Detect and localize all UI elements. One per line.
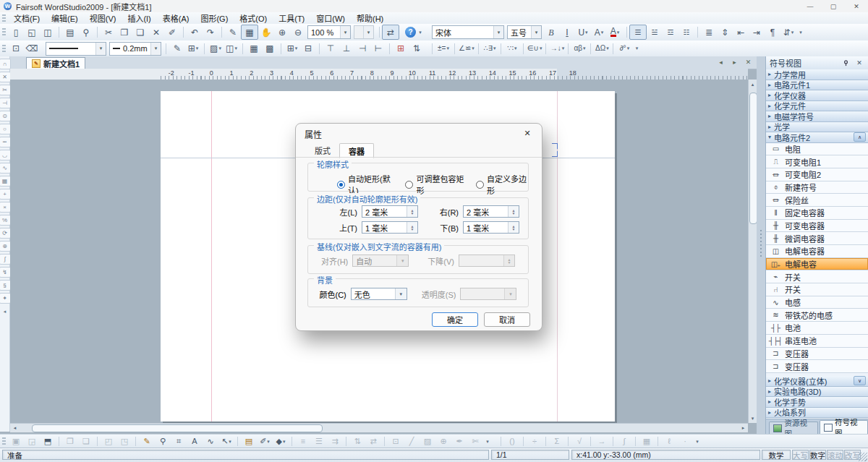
- symbol-new-symbol[interactable]: ⌽新建符号: [766, 181, 868, 194]
- eq-radical-button[interactable]: √: [571, 435, 587, 448]
- copy-button[interactable]: ❐: [116, 25, 132, 39]
- horizontal-scroll-thumb[interactable]: [32, 424, 323, 432]
- chevron-down-icon[interactable]: ▾: [95, 43, 106, 55]
- math-set-button[interactable]: ∈∪: [527, 42, 543, 56]
- crop-button[interactable]: ⊡: [388, 435, 404, 448]
- minimize-button[interactable]: —: [799, 0, 822, 12]
- toolbar-overflow-button[interactable]: ▾: [693, 435, 702, 448]
- indent-increase-button[interactable]: ⇥: [749, 25, 765, 39]
- scroll-lock-toggle[interactable]: 滚动: [827, 450, 843, 460]
- midpoint-snap-button[interactable]: ⊕: [0, 241, 11, 252]
- panel-tab[interactable]: 符号视图: [820, 420, 868, 434]
- bold-button[interactable]: B: [543, 25, 559, 39]
- table-properties-button[interactable]: ⊟: [300, 42, 316, 56]
- strip-collapse-button[interactable]: ◂: [4, 309, 7, 315]
- grid-toggle-button[interactable]: ▦: [241, 25, 258, 40]
- pin-panel-button[interactable]: [841, 59, 851, 67]
- table-borders-red-button[interactable]: ⊞: [393, 42, 409, 56]
- chevron-down-icon[interactable]: ▾: [531, 26, 541, 38]
- symbol-switch-1[interactable]: ⌁开关: [766, 270, 868, 283]
- font-name-combo[interactable]: 宋体▾: [432, 25, 504, 39]
- line-spacing-button[interactable]: ⇕: [717, 25, 733, 39]
- toolbar-grip[interactable]: [2, 437, 6, 445]
- paragraph-marks-button[interactable]: ¶: [765, 25, 780, 39]
- num-lock-toggle[interactable]: 数字: [809, 450, 826, 460]
- format-painter-button[interactable]: ✐: [164, 25, 180, 39]
- shading-button[interactable]: ▨: [208, 42, 224, 56]
- dashed-line-button[interactable]: ┅: [0, 137, 11, 147]
- panel-tab[interactable]: 资源视图: [769, 422, 818, 434]
- zoom-out-button[interactable]: ⊖: [290, 25, 306, 39]
- lightning-snap-button[interactable]: ↯: [0, 267, 11, 278]
- spline-button[interactable]: §: [0, 280, 11, 291]
- cut-button[interactable]: ✂: [101, 25, 116, 39]
- math-arrow-button[interactable]: →↓: [549, 42, 565, 56]
- circle-snap-button[interactable]: ○: [0, 124, 11, 134]
- line-width-button[interactable]: ≡: [295, 435, 311, 448]
- math-angle-button[interactable]: ∠≌: [458, 42, 475, 56]
- toolbar-overflow-button[interactable]: ▾: [416, 25, 425, 39]
- intersection-snap-button[interactable]: ×: [0, 202, 11, 213]
- outline-option-radio[interactable]: 自定义多边形: [476, 173, 528, 196]
- math-greek-button[interactable]: αβ: [571, 42, 587, 56]
- menu-item[interactable]: 图形(G): [195, 12, 234, 25]
- toolbar-overflow-button[interactable]: ▾: [632, 42, 641, 56]
- redo-button[interactable]: ↷: [203, 25, 218, 39]
- delete-node-button[interactable]: ✕: [0, 72, 11, 82]
- symbol-transformer-2[interactable]: ⊐变压器: [766, 360, 868, 373]
- trim-button[interactable]: ✄: [467, 435, 483, 448]
- fit-page-button[interactable]: ⇄: [382, 25, 399, 40]
- color-swatch-button[interactable]: ▤: [241, 435, 257, 448]
- chevron-down-icon[interactable]: ▾: [493, 26, 503, 38]
- help-button[interactable]: ?: [405, 27, 416, 38]
- symbol-fixed-capacitor[interactable]: ‖固定电容器: [766, 207, 868, 220]
- chevron-down-icon[interactable]: ▾: [150, 43, 161, 55]
- bring-front-button[interactable]: ❐: [62, 435, 78, 448]
- insert-col-right-button[interactable]: ⊢: [370, 42, 386, 56]
- menu-item[interactable]: 插入(I): [122, 12, 156, 25]
- close-button[interactable]: ✕: [845, 0, 868, 12]
- line-style-combo[interactable]: ▾: [46, 42, 106, 56]
- paragraph-sort-button[interactable]: ⇵: [780, 25, 796, 39]
- lock-button[interactable]: ⬒: [40, 435, 56, 448]
- horizontal-ruler[interactable]: -2-10123456789101112131415161718: [10, 69, 748, 80]
- snap-shape-button[interactable]: ⌗: [171, 435, 187, 448]
- curve-tool-button[interactable]: ∿: [203, 435, 218, 448]
- symbol-transformer-1[interactable]: ⊐变压器: [766, 348, 868, 361]
- margin-input[interactable]: 2 毫米▲▼: [362, 205, 418, 218]
- align-right-button[interactable]: ☲: [663, 25, 678, 39]
- eq-arrow-button[interactable]: →: [594, 435, 610, 448]
- print-button[interactable]: ▤: [62, 25, 78, 39]
- line-width-combo[interactable]: 0.2mm▾: [109, 42, 161, 56]
- eq-sum-button[interactable]: Σ: [549, 435, 565, 448]
- char-scale-button[interactable]: A: [591, 25, 607, 39]
- insert-row-below-button[interactable]: ⊥: [339, 42, 354, 56]
- align-shapes-button[interactable]: ◰: [101, 435, 116, 448]
- menu-item[interactable]: 文档(F): [8, 12, 46, 25]
- menu-item[interactable]: 工具(T): [273, 12, 310, 25]
- center-snap-button[interactable]: ⊙: [0, 111, 11, 121]
- new-document-button[interactable]: ▯: [8, 25, 24, 39]
- text-tool-button[interactable]: A: [187, 435, 203, 448]
- symbol-inductor[interactable]: ∿电感: [766, 296, 868, 309]
- pan-hand-button[interactable]: ✋: [258, 25, 274, 39]
- background-color-select[interactable]: 无色 ▾: [351, 288, 407, 300]
- margin-input[interactable]: 2 毫米▲▼: [463, 205, 519, 218]
- horizontal-scrollbar[interactable]: ◂ ▸: [10, 423, 748, 432]
- math-partial-button[interactable]: ∂°: [616, 42, 632, 56]
- curve-snap-button[interactable]: ∿: [0, 163, 11, 174]
- close-document-button[interactable]: ✕: [743, 57, 754, 67]
- horizontal-space-button[interactable]: ⇄: [365, 435, 381, 448]
- grid-snap-button[interactable]: ▦: [0, 176, 11, 187]
- symbol-fuse[interactable]: ⏛保险丝: [766, 194, 868, 207]
- symbol-variable-resistor-1[interactable]: ⎍可变电阻1: [766, 155, 868, 168]
- pen-color-button[interactable]: ✎: [169, 42, 185, 56]
- panel-splitter[interactable]: [757, 56, 765, 434]
- print-preview-button[interactable]: ⚲: [78, 25, 94, 39]
- toolbar-grip[interactable]: [2, 45, 6, 53]
- symbol-iron-core-inductor[interactable]: ≋带铁芯的电感: [766, 309, 868, 322]
- cancel-button[interactable]: 取消: [484, 312, 530, 327]
- align-center-button[interactable]: ☱: [647, 25, 663, 39]
- edit-points-button[interactable]: ✎: [139, 435, 155, 448]
- star-snap-button[interactable]: ✦: [0, 293, 11, 304]
